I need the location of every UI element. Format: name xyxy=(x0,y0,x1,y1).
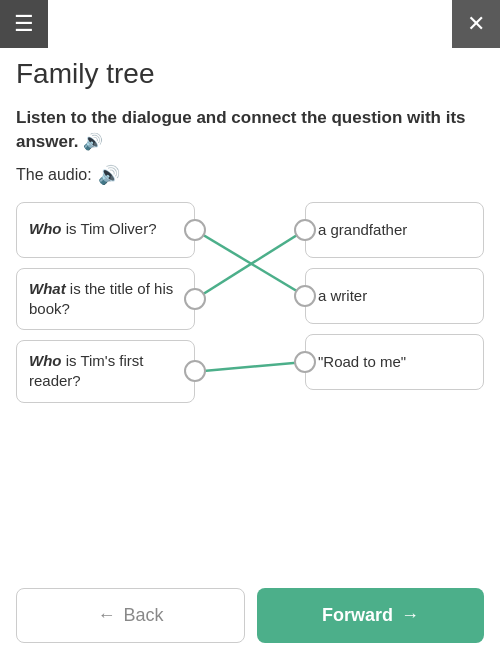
svg-line-0 xyxy=(195,230,305,296)
question-wrapper-1: Who is Tim Oliver? xyxy=(16,202,195,258)
back-label: Back xyxy=(123,605,163,626)
forward-label: Forward xyxy=(322,605,393,626)
connector-right-2[interactable] xyxy=(294,285,316,307)
svg-line-1 xyxy=(195,230,305,299)
back-arrow-icon: ← xyxy=(97,605,115,626)
connection-lines-svg xyxy=(195,202,305,403)
question-wrapper-2: What is the title of his book? xyxy=(16,268,195,331)
questions-column: Who is Tim Oliver? What is the title of … xyxy=(16,202,195,403)
forward-button[interactable]: Forward → xyxy=(257,588,484,643)
answer-box-3[interactable]: "Road to me" xyxy=(305,334,484,390)
connector-left-3[interactable] xyxy=(184,360,206,382)
question-box-1[interactable]: Who is Tim Oliver? xyxy=(16,202,195,258)
close-icon: ✕ xyxy=(467,11,485,37)
connector-left-1[interactable] xyxy=(184,219,206,241)
answer-wrapper-2: a writer xyxy=(305,268,484,324)
connector-left-2[interactable] xyxy=(184,288,206,310)
question-wrapper-3: Who is Tim's first reader? xyxy=(16,340,195,403)
answer-box-2[interactable]: a writer xyxy=(305,268,484,324)
connection-lines-area xyxy=(195,202,305,403)
connector-right-3[interactable] xyxy=(294,351,316,373)
forward-arrow-icon: → xyxy=(401,605,419,626)
hamburger-icon: ☰ xyxy=(14,11,34,37)
bottom-navigation: ← Back Forward → xyxy=(0,572,500,659)
question-box-2[interactable]: What is the title of his book? xyxy=(16,268,195,331)
audio-icon-inline[interactable]: 🔊 xyxy=(83,133,103,150)
page-title: Family tree xyxy=(0,48,500,106)
answers-column: a grandfather a writer "Road to me" xyxy=(305,202,484,403)
question-box-3[interactable]: Who is Tim's first reader? xyxy=(16,340,195,403)
svg-line-2 xyxy=(195,362,305,372)
menu-button[interactable]: ☰ xyxy=(0,0,48,48)
close-button[interactable]: ✕ xyxy=(452,0,500,48)
answer-wrapper-1: a grandfather xyxy=(305,202,484,258)
answer-box-1[interactable]: a grandfather xyxy=(305,202,484,258)
audio-play-icon[interactable]: 🔊 xyxy=(98,164,120,186)
connector-right-1[interactable] xyxy=(294,219,316,241)
audio-label: The audio: 🔊 xyxy=(16,164,484,186)
matching-exercise: Who is Tim Oliver? What is the title of … xyxy=(16,202,484,403)
back-button[interactable]: ← Back xyxy=(16,588,245,643)
instructions-text: Listen to the dialogue and connect the q… xyxy=(16,106,484,154)
answer-wrapper-3: "Road to me" xyxy=(305,334,484,390)
